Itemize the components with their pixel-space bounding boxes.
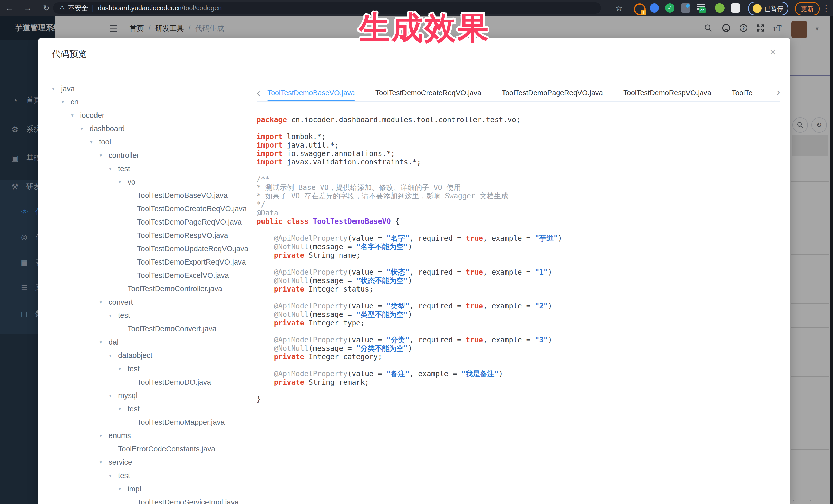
tree-file-node[interactable]: ▾ToolTestDemoServiceImpl.java [47, 496, 255, 504]
caret-down-icon[interactable]: ▾ [119, 486, 127, 492]
tree-node-label: ToolTestDemoBaseVO.java [137, 191, 228, 200]
tabs-scroll-left-icon[interactable]: ‹ [257, 88, 260, 98]
tree-folder-node[interactable]: ▾controller [47, 149, 255, 162]
code-line: @NotNull(message = "类型不能为空") [257, 310, 785, 319]
code-line [257, 327, 785, 336]
code-viewer[interactable]: package cn.iocoder.dashboard.modules.too… [257, 116, 785, 500]
tree-folder-node[interactable]: ▾dashboard [47, 122, 255, 135]
tree-node-label: test [127, 405, 140, 413]
tree-folder-node[interactable]: ▾iocoder [47, 109, 255, 122]
caret-down-icon[interactable]: ▾ [100, 459, 109, 465]
tree-folder-node[interactable]: ▾test [47, 162, 255, 175]
bookmark-star-icon[interactable]: ☆ [613, 0, 625, 16]
tree-folder-node[interactable]: ▾vo [47, 175, 255, 189]
tree-file-node[interactable]: ▾ToolTestDemoExcelVO.java [47, 269, 255, 282]
code-line: private Integer status; [257, 285, 785, 293]
caret-down-icon[interactable]: ▾ [119, 179, 127, 185]
code-line: @ApiModelProperty(value = "分类", required… [257, 336, 785, 344]
code-line: * 测试示例 Base VO，提供给添加、修改、详细的子 VO 使用 [257, 183, 785, 192]
browser-back-icon[interactable]: ← [4, 0, 15, 16]
tree-file-node[interactable]: ▾ToolTestDemoExportReqVO.java [47, 255, 255, 269]
window-edge [830, 16, 833, 504]
caret-down-icon[interactable]: ▾ [100, 339, 109, 345]
address-bar[interactable]: ⚠ 不安全 | dashboard.yudao.iocoder.cn/tool/… [53, 2, 601, 14]
browser-forward-icon[interactable]: → [22, 0, 33, 16]
caret-down-icon[interactable]: ▾ [90, 139, 99, 145]
tab-3[interactable]: ToolTestDemoRespVO.java [623, 85, 711, 101]
tree-node-label: ToolTestDemoExportReqVO.java [137, 258, 246, 266]
annotation-text: 生成效果 [359, 7, 490, 49]
tree-file-node[interactable]: ▾ToolTestDemoCreateReqVO.java [47, 202, 255, 215]
tab-0[interactable]: ToolTestDemoBaseVO.java [267, 85, 355, 101]
extension-icon-4[interactable] [681, 3, 690, 13]
caret-down-icon[interactable]: ▾ [119, 366, 127, 372]
tree-file-node[interactable]: ▾ToolTestDemoBaseVO.java [47, 189, 255, 202]
tree-node-label: controller [109, 151, 139, 160]
caret-down-icon[interactable]: ▾ [109, 473, 118, 479]
code-line [257, 386, 785, 395]
tree-folder-node[interactable]: ▾java [47, 82, 255, 95]
tree-file-node[interactable]: ▾ToolTestDemoUpdateReqVO.java [47, 242, 255, 255]
caret-down-icon[interactable]: ▾ [109, 166, 118, 172]
extension-icon-3[interactable]: ✓ [665, 3, 674, 13]
tree-file-node[interactable]: ▾ToolTestDemoDO.java [47, 376, 255, 389]
extension-icon-2[interactable] [650, 3, 659, 13]
tree-folder-node[interactable]: ▾convert [47, 295, 255, 309]
url-domain: dashboard.yudao.iocoder.cn [98, 4, 182, 12]
caret-down-icon[interactable]: ▾ [109, 353, 118, 359]
tree-folder-node[interactable]: ▾dal [47, 335, 255, 349]
tab-1[interactable]: ToolTestDemoCreateReqVO.java [376, 85, 481, 101]
tree-file-node[interactable]: ▾ToolTestDemoConvert.java [47, 322, 255, 335]
tree-file-node[interactable]: ▾ToolErrorCodeConstants.java [47, 442, 255, 456]
tree-folder-node[interactable]: ▾tool [47, 135, 255, 149]
tree-folder-node[interactable]: ▾enums [47, 429, 255, 442]
tree-node-label: convert [109, 298, 133, 306]
tree-node-label: ToolTestDemoController.java [127, 285, 222, 293]
tree-node-label: dal [109, 338, 119, 346]
profile-chip[interactable]: 已暂停 [748, 2, 788, 16]
tree-folder-node[interactable]: ▾mysql [47, 389, 255, 402]
tree-file-node[interactable]: ▾ToolTestDemoMapper.java [47, 415, 255, 429]
browser-reload-icon[interactable]: ↻ [41, 0, 52, 16]
tree-node-label: ToolTestDemoConvert.java [127, 325, 217, 333]
close-icon[interactable]: ✕ [769, 48, 777, 56]
tree-folder-node[interactable]: ▾test [47, 309, 255, 322]
caret-down-icon[interactable]: ▾ [100, 433, 109, 438]
tree-node-label: dataobject [118, 351, 152, 360]
tab-4[interactable]: ToolTe [732, 85, 753, 101]
tree-file-node[interactable]: ▾ToolTestDemoPageReqVO.java [47, 215, 255, 229]
caret-down-icon[interactable]: ▾ [62, 99, 71, 105]
caret-down-icon[interactable]: ▾ [119, 406, 127, 412]
tree-file-node[interactable]: ▾ToolTestDemoController.java [47, 282, 255, 295]
caret-down-icon[interactable]: ▾ [80, 126, 90, 131]
tree-folder-node[interactable]: ▾impl [47, 482, 255, 496]
tree-folder-node[interactable]: ▾dataobject [47, 349, 255, 362]
caret-down-icon[interactable]: ▾ [52, 86, 61, 92]
caret-down-icon[interactable]: ▾ [109, 393, 118, 399]
tree-folder-node[interactable]: ▾test [47, 362, 255, 376]
tree-node-label: ToolTestDemoRespVO.java [137, 231, 228, 240]
browser-menu-icon[interactable]: ⋮ [822, 4, 830, 13]
caret-down-icon[interactable]: ▾ [100, 299, 109, 305]
code-line [257, 260, 785, 268]
tabs-scroll-right-icon[interactable]: › [775, 87, 780, 97]
code-line: import javax.validation.constraints.*; [257, 158, 785, 166]
extension-icon-5[interactable]: on [696, 3, 706, 13]
extensions-puzzle-icon[interactable] [731, 3, 740, 13]
tree-folder-node[interactable]: ▾test [47, 402, 255, 415]
caret-down-icon[interactable]: ▾ [109, 313, 118, 318]
caret-down-icon[interactable]: ▾ [71, 113, 80, 118]
tree-folder-node[interactable]: ▾service [47, 456, 255, 469]
extension-icon-1[interactable]: 1 [634, 3, 646, 15]
tree-folder-node[interactable]: ▾cn [47, 95, 255, 109]
tab-2[interactable]: ToolTestDemoPageReqVO.java [502, 85, 603, 101]
code-line: } [257, 395, 785, 403]
extension-icon-6[interactable] [715, 3, 725, 13]
tree-file-node[interactable]: ▾ToolTestDemoRespVO.java [47, 229, 255, 242]
code-line [257, 361, 785, 369]
not-secure-warning-icon: ⚠ [59, 4, 65, 11]
tree-node-label: service [109, 458, 132, 466]
caret-down-icon[interactable]: ▾ [100, 152, 109, 158]
browser-update-button[interactable]: 更新 [795, 2, 820, 16]
tree-folder-node[interactable]: ▾test [47, 469, 255, 482]
